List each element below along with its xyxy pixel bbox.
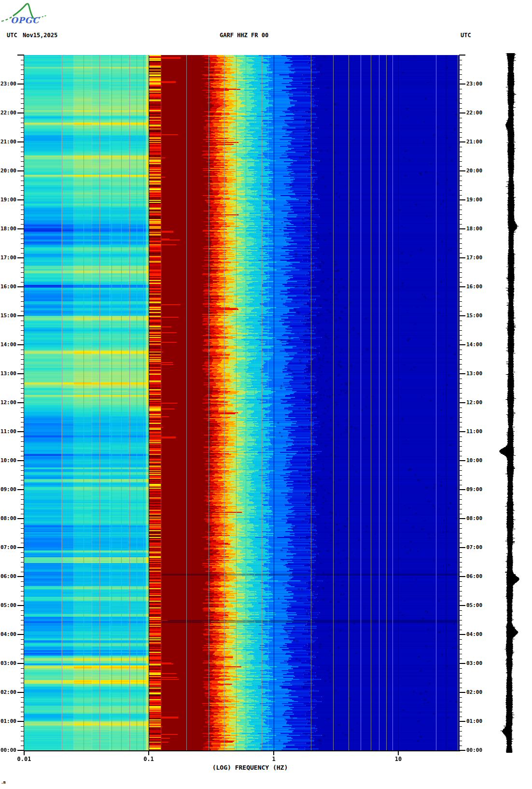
minor-tick-left: [21, 301, 24, 302]
date-label: Nov15,2025: [23, 32, 57, 39]
minor-tick-left: [21, 379, 24, 379]
minor-tick-left: [21, 688, 24, 688]
minor-tick-right: [459, 596, 462, 596]
time-label-left: 18:00: [0, 226, 16, 232]
hour-tick-left: [17, 113, 24, 113]
time-label-left: 11:00: [0, 429, 16, 435]
hour-tick-right: [459, 286, 465, 287]
minor-tick-right: [459, 591, 462, 592]
hour-tick-right: [459, 489, 465, 490]
time-label-right: 16:00: [466, 284, 486, 290]
minor-tick-right: [459, 717, 462, 717]
minor-tick-left: [21, 132, 24, 133]
minor-tick-right: [459, 123, 462, 123]
time-label-left: 23:00: [0, 81, 16, 87]
minor-tick-right: [459, 296, 462, 297]
minor-tick-right: [459, 437, 462, 437]
time-label-right: 14:00: [466, 342, 486, 348]
minor-tick-left: [21, 514, 24, 514]
minor-tick-right: [459, 562, 462, 563]
hour-tick-left: [17, 84, 24, 85]
minor-tick-left: [21, 239, 24, 239]
minor-tick-right: [459, 282, 462, 282]
hour-tick-left: [17, 199, 24, 200]
minor-tick-right: [459, 364, 462, 365]
hour-tick-right: [459, 721, 465, 722]
time-label-left: 16:00: [0, 284, 16, 290]
minor-tick-right: [459, 383, 462, 384]
minor-tick-right: [459, 446, 462, 447]
minor-tick-left: [21, 234, 24, 234]
time-label-left: 14:00: [0, 342, 16, 348]
minor-tick-left: [21, 552, 24, 553]
minor-tick-right: [459, 243, 462, 244]
time-label-right: 08:00: [466, 516, 486, 521]
minor-tick-right: [459, 615, 462, 616]
hour-tick-right: [459, 402, 465, 403]
minor-tick-left: [21, 731, 24, 732]
minor-tick-right: [459, 475, 462, 476]
hour-tick-left: [17, 315, 24, 316]
minor-tick-right: [459, 620, 462, 620]
minor-tick-left: [21, 509, 24, 509]
hour-tick-right: [459, 663, 465, 664]
minor-tick-left: [21, 181, 24, 181]
time-label-right: 11:00: [466, 429, 486, 435]
hour-tick-left: [17, 170, 24, 171]
minor-tick-left: [21, 644, 24, 645]
time-label-right: 23:00: [466, 81, 486, 87]
minor-tick-right: [459, 359, 462, 360]
minor-tick-right: [459, 388, 462, 389]
minor-tick-right: [459, 185, 462, 186]
minor-tick-right: [459, 412, 462, 413]
time-label-right: 10:00: [466, 458, 486, 464]
minor-tick-right: [459, 485, 462, 485]
time-label-left: 19:00: [0, 197, 16, 203]
hour-tick-right: [459, 228, 465, 229]
opgc-logo: OPGC: [1, 1, 49, 26]
minor-tick-left: [21, 441, 24, 442]
minor-tick-right: [459, 649, 462, 649]
minor-tick-right: [459, 494, 462, 495]
minor-tick-right: [459, 514, 462, 514]
hour-tick-right: [459, 460, 465, 461]
minor-tick-left: [21, 108, 24, 109]
minor-tick-left: [21, 465, 24, 466]
minor-tick-left: [21, 412, 24, 413]
minor-tick-left: [21, 746, 24, 746]
time-label-right: 03:00: [466, 661, 486, 666]
minor-tick-left: [21, 741, 24, 741]
time-label-right: 20:00: [466, 168, 486, 174]
minor-tick-left: [21, 321, 24, 321]
minor-tick-left: [21, 717, 24, 717]
minor-tick-left: [21, 74, 24, 75]
minor-tick-left: [21, 214, 24, 215]
hour-tick-left: [17, 547, 24, 548]
minor-tick-right: [459, 678, 462, 678]
utc-label-right: UTC: [461, 32, 471, 39]
hour-tick-left: [17, 576, 24, 577]
minor-tick-left: [21, 156, 24, 157]
minor-tick-right: [459, 398, 462, 398]
minor-tick-right: [459, 639, 462, 640]
minor-tick-right: [459, 147, 462, 147]
minor-tick-left: [21, 60, 24, 60]
time-label-left: 09:00: [0, 487, 16, 493]
minor-tick-left: [21, 398, 24, 398]
minor-tick-left: [21, 504, 24, 505]
minor-tick-right: [459, 528, 462, 529]
minor-tick-left: [21, 94, 24, 94]
freq-tick: [398, 751, 399, 755]
freq-tick: [24, 751, 25, 755]
minor-tick-left: [21, 427, 24, 427]
x-axis-line: [24, 750, 460, 751]
minor-tick-right: [459, 509, 462, 509]
minor-tick-left: [21, 581, 24, 582]
minor-tick-left: [21, 383, 24, 384]
minor-tick-left: [21, 528, 24, 529]
hour-tick-left: [17, 373, 24, 374]
minor-tick-left: [21, 712, 24, 712]
minor-tick-right: [459, 301, 462, 302]
time-label-left: 22:00: [0, 110, 16, 116]
minor-tick-left: [21, 354, 24, 355]
